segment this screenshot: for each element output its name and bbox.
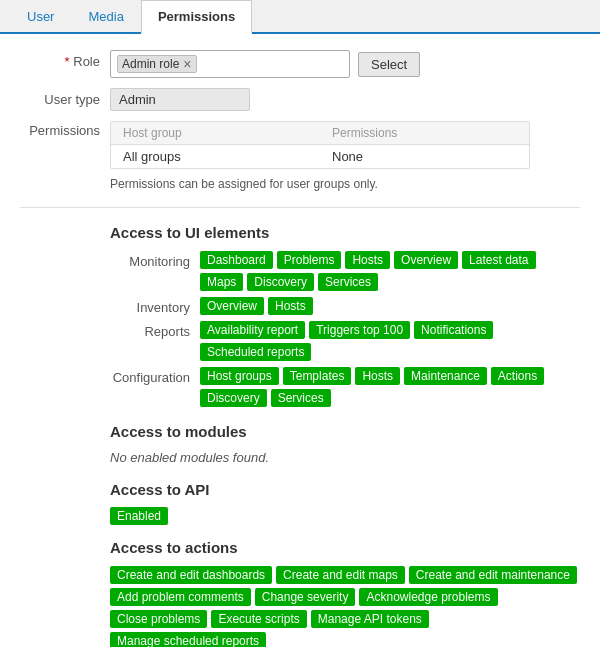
reports-row: Reports Availability report Triggers top… xyxy=(110,321,580,361)
tag-latest-data: Latest data xyxy=(462,251,535,269)
monitoring-row: Monitoring Dashboard Problems Hosts Over… xyxy=(110,251,580,291)
divider-1 xyxy=(20,207,580,208)
tag-manage-scheduled-reports: Manage scheduled reports xyxy=(110,632,266,647)
access-modules-title: Access to modules xyxy=(110,423,580,440)
monitoring-label: Monitoring xyxy=(110,251,200,269)
tag-problems: Problems xyxy=(277,251,342,269)
tag-hosts-monitoring: Hosts xyxy=(345,251,390,269)
tag-notifications: Notifications xyxy=(414,321,493,339)
usertype-row: User type Admin xyxy=(20,88,580,111)
inventory-tags: Overview Hosts xyxy=(200,297,580,315)
tab-user[interactable]: User xyxy=(10,0,71,34)
permissions-col2-header: Permissions xyxy=(320,122,529,144)
tag-scheduled-reports: Scheduled reports xyxy=(200,343,311,361)
tag-maps: Maps xyxy=(200,273,243,291)
usertype-value: Admin xyxy=(110,88,250,111)
tab-permissions[interactable]: Permissions xyxy=(141,0,252,34)
tag-close-problems: Close problems xyxy=(110,610,207,628)
tag-overview-inventory: Overview xyxy=(200,297,264,315)
tab-media[interactable]: Media xyxy=(71,0,140,34)
actions-tags: Create and edit dashboards Create and ed… xyxy=(110,566,580,647)
configuration-tags: Host groups Templates Hosts Maintenance … xyxy=(200,367,580,407)
inventory-row: Inventory Overview Hosts xyxy=(110,297,580,315)
role-row: * Role Admin role × Select xyxy=(20,50,580,78)
access-ui-title: Access to UI elements xyxy=(110,224,580,241)
permissions-value-cell: None xyxy=(320,145,529,168)
permissions-table: Host group Permissions All groups None xyxy=(110,121,530,169)
tag-hosts-inventory: Hosts xyxy=(268,297,313,315)
tag-discovery-monitoring: Discovery xyxy=(247,273,314,291)
usertype-label: User type xyxy=(20,88,110,107)
content-area: * Role Admin role × Select User type Adm… xyxy=(0,34,600,647)
access-actions-section: Access to actions Create and edit dashbo… xyxy=(110,539,580,647)
tag-manage-api-tokens: Manage API tokens xyxy=(311,610,429,628)
reports-tags: Availability report Triggers top 100 Not… xyxy=(200,321,580,361)
role-tag: Admin role × xyxy=(117,55,197,73)
monitoring-tags: Dashboard Problems Hosts Overview Latest… xyxy=(200,251,580,291)
tag-create-edit-maps: Create and edit maps xyxy=(276,566,405,584)
tag-services: Services xyxy=(318,273,378,291)
access-ui-section: Access to UI elements Monitoring Dashboa… xyxy=(110,224,580,407)
configuration-row: Configuration Host groups Templates Host… xyxy=(110,367,580,407)
permissions-hostgroup-cell: All groups xyxy=(111,145,320,168)
role-tag-label: Admin role xyxy=(122,57,179,71)
required-star: * xyxy=(65,54,70,69)
select-button[interactable]: Select xyxy=(358,52,420,77)
configuration-label: Configuration xyxy=(110,367,200,385)
role-field[interactable]: Admin role × xyxy=(110,50,350,78)
tag-overview-monitoring: Overview xyxy=(394,251,458,269)
tag-templates: Templates xyxy=(283,367,352,385)
tab-bar: User Media Permissions xyxy=(0,0,600,34)
tag-acknowledge-problems: Acknowledge problems xyxy=(359,588,497,606)
tag-hosts-config: Hosts xyxy=(355,367,400,385)
inventory-label: Inventory xyxy=(110,297,200,315)
tag-dashboard: Dashboard xyxy=(200,251,273,269)
tag-services-config: Services xyxy=(271,389,331,407)
api-enabled-tag: Enabled xyxy=(110,507,168,525)
permissions-data-row: All groups None xyxy=(111,145,529,168)
tag-add-problem-comments: Add problem comments xyxy=(110,588,251,606)
permissions-label: Permissions xyxy=(20,121,110,138)
tag-create-edit-maintenance: Create and edit maintenance xyxy=(409,566,577,584)
access-actions-title: Access to actions xyxy=(110,539,580,556)
role-input-wrap: Admin role × Select xyxy=(110,50,420,78)
access-api-section: Access to API Enabled xyxy=(110,481,580,523)
tag-discovery-config: Discovery xyxy=(200,389,267,407)
reports-label: Reports xyxy=(110,321,200,339)
no-modules-message: No enabled modules found. xyxy=(110,450,580,465)
tag-availability-report: Availability report xyxy=(200,321,305,339)
permissions-col1-header: Host group xyxy=(111,122,320,144)
permissions-section: Permissions Host group Permissions All g… xyxy=(20,121,580,169)
tag-maintenance: Maintenance xyxy=(404,367,487,385)
access-modules-section: Access to modules No enabled modules fou… xyxy=(110,423,580,465)
tag-host-groups: Host groups xyxy=(200,367,279,385)
tag-execute-scripts: Execute scripts xyxy=(211,610,306,628)
access-api-title: Access to API xyxy=(110,481,580,498)
tag-create-edit-dashboards: Create and edit dashboards xyxy=(110,566,272,584)
role-label: * Role xyxy=(20,50,110,69)
permissions-header: Host group Permissions xyxy=(111,122,529,145)
tag-change-severity: Change severity xyxy=(255,588,356,606)
role-tag-remove[interactable]: × xyxy=(183,57,191,71)
permissions-note: Permissions can be assigned for user gro… xyxy=(110,177,580,191)
tag-triggers-top: Triggers top 100 xyxy=(309,321,410,339)
tag-actions: Actions xyxy=(491,367,544,385)
